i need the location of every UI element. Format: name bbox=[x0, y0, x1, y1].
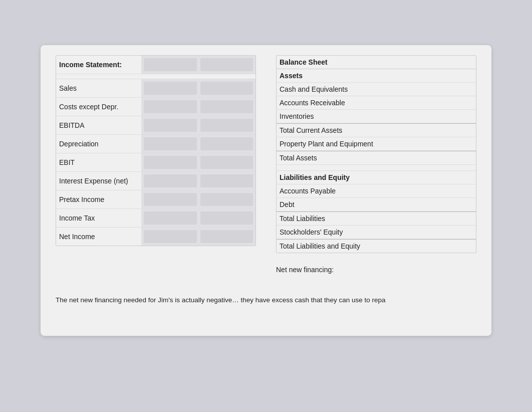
is-row-ebit: EBIT bbox=[56, 153, 255, 172]
is-row-netincome: Net Income bbox=[56, 228, 255, 246]
is-cell bbox=[144, 230, 197, 243]
bs-label-inventories: Inventories bbox=[277, 110, 387, 123]
is-label-tax: Income Tax bbox=[56, 209, 141, 227]
is-cell bbox=[200, 156, 253, 169]
is-label-ebit: EBIT bbox=[56, 153, 141, 171]
is-label-netincome: Net Income bbox=[56, 228, 141, 246]
bs-spacer bbox=[277, 165, 476, 171]
income-statement-title: Income Statement: bbox=[56, 56, 141, 74]
bs-row-total-assets: Total Assets bbox=[277, 151, 476, 165]
bs-row-total-current: Total Current Assets bbox=[277, 123, 476, 137]
bs-row-total-liabilities: Total Liabilities bbox=[277, 212, 476, 226]
is-header-cell-1 bbox=[144, 58, 197, 71]
is-row-ebitda: EBITDA bbox=[56, 116, 255, 135]
is-cell bbox=[200, 100, 253, 113]
is-cell bbox=[200, 230, 253, 243]
is-cell bbox=[144, 212, 197, 225]
bs-row-inventories: Inventories bbox=[277, 110, 476, 123]
balance-sheet-title: Balance Sheet bbox=[277, 56, 387, 69]
is-label-costs: Costs except Depr. bbox=[56, 98, 141, 116]
is-row-tax: Income Tax bbox=[56, 209, 255, 228]
is-cell bbox=[144, 193, 197, 206]
income-statement-table: Income Statement: Sales bbox=[56, 55, 256, 246]
bs-row-debt: Debt bbox=[277, 198, 476, 212]
income-statement-panel: Income Statement: Sales bbox=[56, 55, 256, 274]
is-row-sales: Sales bbox=[56, 79, 255, 98]
is-cell bbox=[200, 119, 253, 132]
is-cell bbox=[144, 100, 197, 113]
balance-sheet-table: Balance Sheet Assets Cash and Equivalent… bbox=[276, 55, 476, 253]
is-row-depreciation: Depreciation bbox=[56, 135, 255, 153]
is-label-sales: Sales bbox=[56, 79, 141, 97]
bs-assets-header: Assets bbox=[277, 69, 387, 82]
main-card: Income Statement: Sales bbox=[41, 45, 491, 336]
bs-row-ar: Accounts Receivable bbox=[277, 96, 476, 110]
is-label-interest: Interest Expense (net) bbox=[56, 172, 141, 190]
is-cell bbox=[144, 82, 197, 95]
is-header-cell-2 bbox=[200, 58, 253, 71]
is-cell bbox=[200, 212, 253, 225]
bs-label-total-assets: Total Assets bbox=[277, 151, 387, 164]
bs-liabilities-header-row: Liabilities and Equity bbox=[277, 171, 476, 184]
bs-row-total-le: Total Liabilities and Equity bbox=[277, 239, 476, 253]
balance-sheet-panel: Balance Sheet Assets Cash and Equivalent… bbox=[276, 55, 476, 274]
net-financing-section: Net new financing: bbox=[276, 261, 476, 274]
bottom-text: The net new financing needed for Jim's i… bbox=[56, 292, 476, 304]
bs-title-row: Balance Sheet bbox=[277, 56, 476, 69]
income-statement-title-row: Income Statement: bbox=[56, 56, 255, 74]
is-label-ebitda: EBITDA bbox=[56, 116, 141, 134]
is-cell bbox=[144, 174, 197, 187]
card-top: Income Statement: Sales bbox=[56, 55, 476, 274]
is-cell bbox=[200, 82, 253, 95]
is-spacer bbox=[56, 74, 255, 79]
bs-label-ap: Accounts Payable bbox=[277, 184, 387, 197]
bs-label-debt: Debt bbox=[277, 198, 387, 211]
bs-row-ppe: Property Plant and Equipment bbox=[277, 137, 476, 151]
is-cell bbox=[200, 137, 253, 150]
is-row-interest: Interest Expense (net) bbox=[56, 172, 255, 190]
bs-label-total-current: Total Current Assets bbox=[277, 124, 387, 137]
is-cell bbox=[200, 174, 253, 187]
is-label-pretax: Pretax Income bbox=[56, 190, 141, 209]
is-row-costs: Costs except Depr. bbox=[56, 98, 255, 116]
is-row-pretax: Pretax Income bbox=[56, 190, 255, 209]
is-cell bbox=[144, 137, 197, 150]
bs-row-equity: Stockholders' Equity bbox=[277, 226, 476, 239]
bs-label-equity: Stockholders' Equity bbox=[277, 226, 387, 239]
is-cell bbox=[200, 193, 253, 206]
bs-label-total-liabilities: Total Liabilities bbox=[277, 212, 387, 225]
is-cell bbox=[144, 119, 197, 132]
bs-label-ar: Accounts Receivable bbox=[277, 96, 387, 109]
bs-liabilities-header: Liabilities and Equity bbox=[277, 171, 387, 184]
bs-row-ap: Accounts Payable bbox=[277, 184, 476, 198]
bs-label-ppe: Property Plant and Equipment bbox=[277, 137, 387, 150]
net-financing-label: Net new financing: bbox=[276, 266, 334, 274]
bs-label-cash: Cash and Equivalents bbox=[277, 83, 387, 96]
is-label-depreciation: Depreciation bbox=[56, 135, 141, 153]
bs-assets-header-row: Assets bbox=[277, 69, 476, 83]
bs-label-total-le: Total Liabilities and Equity bbox=[277, 240, 387, 253]
bs-row-cash: Cash and Equivalents bbox=[277, 83, 476, 96]
is-cell bbox=[144, 156, 197, 169]
